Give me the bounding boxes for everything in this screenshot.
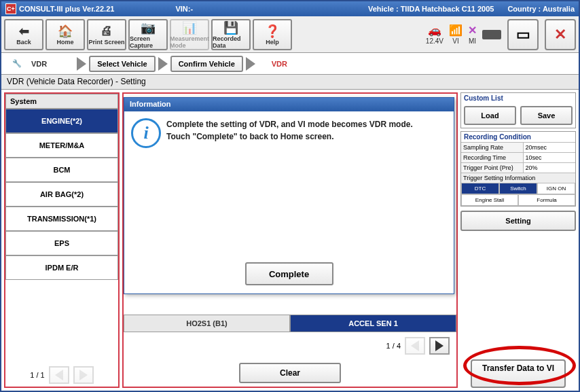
- system-item-ipdm[interactable]: IPDM E/R: [5, 255, 118, 280]
- breadcrumb-current: VDR: [272, 60, 287, 68]
- breadcrumb: 🔧 VDR Select Vehicle Confirm Vehicle VDR: [1, 53, 579, 75]
- help-icon: ❓: [265, 24, 280, 39]
- center-pager: 1 / 4: [124, 332, 456, 359]
- recording-condition-box: Recording Condition Sampling Rate20msec …: [460, 131, 576, 207]
- screen-capture-button[interactable]: 📷Screen Capture: [128, 19, 168, 50]
- app-logo: C+: [5, 3, 16, 14]
- breadcrumb-section: VDR: [31, 60, 47, 68]
- save-button[interactable]: Save: [520, 106, 573, 125]
- trigger-ignon[interactable]: IGN ON: [537, 183, 575, 194]
- system-item-transmission[interactable]: TRANSMISSION(*1): [5, 207, 118, 231]
- close-button[interactable]: ✕: [545, 19, 576, 50]
- vin-label: VIN:-: [175, 5, 193, 13]
- back-button[interactable]: ⬅Back: [4, 19, 43, 50]
- right-panel: Custom List Load Save Recording Conditio…: [460, 92, 576, 388]
- chevron-right-icon: [158, 57, 168, 71]
- system-prev-button: [49, 366, 69, 384]
- gauge-icon: 📊: [182, 20, 197, 35]
- measurement-mode-button: 📊Measurement Mode: [170, 19, 209, 50]
- custom-list-title: Custom List: [461, 93, 575, 103]
- print-button[interactable]: 🖨Print Screen: [87, 19, 126, 50]
- help-button[interactable]: ❓Help: [253, 19, 292, 50]
- system-item-airbag[interactable]: AIR BAG(*2): [5, 182, 118, 207]
- trigger-sub: Trigger Setting Information: [461, 173, 575, 183]
- page-title: VDR (Vehicle Data Recorder) - Setting: [1, 75, 579, 90]
- trigger-dtc[interactable]: DTC: [461, 183, 499, 194]
- system-pager: 1 / 1: [5, 363, 118, 387]
- recorded-icon: 💾: [223, 20, 238, 35]
- data-row: HO2S1 (B1) ACCEL SEN 1: [124, 315, 456, 332]
- system-panel: System ENGINE(*2) METER/M&A BCM AIR BAG(…: [4, 92, 120, 388]
- transfer-data-button[interactable]: Transfer Data to VI: [471, 359, 566, 388]
- center-prev-button: [405, 337, 425, 355]
- confirm-vehicle-button[interactable]: Confirm Vehicle: [170, 56, 243, 72]
- home-button[interactable]: 🏠Home: [46, 19, 85, 50]
- chevron-right-icon: [246, 57, 255, 71]
- setting-button[interactable]: Setting: [460, 211, 576, 231]
- clear-button[interactable]: Clear: [239, 363, 341, 383]
- window-titlebar: C+ CONSULT-III plus Ver.22.21 VIN:- Vehi…: [1, 1, 579, 16]
- camera-icon: 📷: [141, 20, 156, 35]
- voltage-value: 12.4V: [426, 37, 443, 45]
- mi-x-icon: ✕: [468, 24, 477, 37]
- rc-key: Sampling Rate: [461, 143, 524, 152]
- back-icon: ⬅: [19, 24, 29, 39]
- minimize-button[interactable]: ▭: [507, 19, 539, 50]
- battery-icon: [482, 30, 501, 39]
- custom-list-box: Custom List Load Save: [460, 92, 576, 128]
- select-vehicle-button[interactable]: Select Vehicle: [89, 56, 155, 72]
- recorded-data-button[interactable]: 💾Recorded Data: [211, 19, 251, 50]
- system-next-button: [73, 366, 94, 384]
- car-icon: 🚗: [428, 24, 441, 37]
- center-next-button[interactable]: [429, 337, 450, 355]
- status-group: 🚗12.4V 📶VI ✕MI: [426, 24, 501, 45]
- mi-label: MI: [469, 37, 476, 45]
- rc-key: Trigger Point (Pre): [461, 163, 524, 173]
- trigger-formula[interactable]: Formula: [518, 194, 575, 206]
- information-dialog: Information i Complete the setting of VD…: [124, 97, 454, 294]
- system-header: System: [5, 94, 118, 109]
- rc-val: 10sec: [524, 153, 575, 162]
- vehicle-label: Vehicle : TIIDA Hatchback C11 2005: [368, 5, 494, 13]
- vi-label: VI: [452, 37, 458, 45]
- info-icon: i: [131, 118, 161, 148]
- rc-val: 20msec: [524, 143, 575, 152]
- recording-title: Recording Condition: [461, 132, 575, 142]
- dialog-message: Complete the setting of VDR, and VI mode…: [166, 118, 413, 254]
- rc-val: 20%: [524, 163, 575, 173]
- system-item-eps[interactable]: EPS: [5, 231, 118, 255]
- chevron-right-icon: [77, 57, 86, 71]
- home-icon: 🏠: [58, 24, 73, 39]
- center-page-label: 1 / 4: [386, 342, 401, 350]
- main-toolbar: ⬅Back 🏠Home 🖨Print Screen 📷Screen Captur…: [1, 16, 579, 53]
- system-list: ENGINE(*2) METER/M&A BCM AIR BAG(*2) TRA…: [5, 109, 118, 363]
- trigger-switch[interactable]: Switch: [499, 183, 537, 194]
- trigger-engine-stall[interactable]: Engine Stall: [461, 194, 518, 206]
- dialog-title: Information: [124, 98, 454, 111]
- data-cell-ho2s1[interactable]: HO2S1 (B1): [124, 315, 290, 332]
- load-button[interactable]: Load: [464, 106, 516, 125]
- country-label: Country : Australia: [507, 5, 575, 13]
- system-item-bcm[interactable]: BCM: [5, 158, 118, 182]
- app-title: CONSULT-III plus Ver.22.21: [19, 5, 114, 13]
- system-item-engine[interactable]: ENGINE(*2): [5, 109, 118, 133]
- printer-icon: 🖨: [101, 24, 113, 39]
- system-item-meter[interactable]: METER/M&A: [5, 133, 118, 158]
- signal-icon: 📶: [449, 24, 463, 37]
- vdr-icon: 🔧: [5, 56, 29, 72]
- complete-button[interactable]: Complete: [245, 262, 333, 285]
- rc-key: Recording Time: [461, 153, 524, 162]
- data-cell-accel[interactable]: ACCEL SEN 1: [290, 315, 456, 332]
- system-page-label: 1 / 1: [30, 371, 44, 379]
